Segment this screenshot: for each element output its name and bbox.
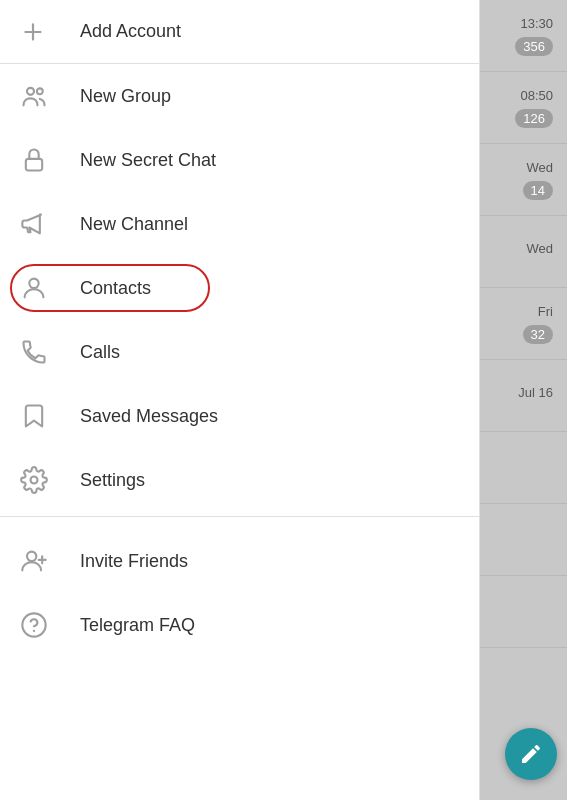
svg-point-6 [31, 477, 38, 484]
svg-rect-4 [26, 159, 42, 171]
chat-badge-3: 14 [523, 181, 553, 200]
svg-point-10 [22, 613, 45, 636]
saved-messages-item[interactable]: Saved Messages [0, 384, 479, 448]
menu-panel: Add Account New Group New Secret Chat [0, 0, 480, 800]
chat-row-4: Wed [480, 216, 567, 288]
chat-time-6: Jul 16 [518, 385, 553, 400]
gear-icon [20, 466, 64, 494]
chat-badge-5: 32 [523, 325, 553, 344]
telegram-faq-label: Telegram FAQ [80, 615, 195, 636]
new-secret-chat-label: New Secret Chat [80, 150, 216, 171]
new-channel-label: New Channel [80, 214, 188, 235]
calls-item[interactable]: Calls [0, 320, 479, 384]
chat-time-4: Wed [527, 241, 554, 256]
phone-icon [20, 338, 64, 366]
bookmark-icon [20, 402, 64, 430]
new-channel-item[interactable]: New Channel [0, 192, 479, 256]
question-icon [20, 611, 64, 639]
svg-point-5 [29, 279, 38, 288]
chat-time-2: 08:50 [520, 88, 553, 103]
chat-row-8 [480, 504, 567, 576]
svg-point-7 [27, 552, 36, 561]
svg-point-2 [27, 88, 34, 95]
chat-row-6: Jul 16 [480, 360, 567, 432]
contacts-item[interactable]: Contacts [0, 256, 479, 320]
right-panel: 13:30 356 08:50 126 Wed 14 Wed Fri 32 Ju… [480, 0, 567, 800]
svg-point-3 [37, 88, 43, 94]
new-secret-chat-item[interactable]: New Secret Chat [0, 128, 479, 192]
chat-badge-2: 126 [515, 109, 553, 128]
add-account-label: Add Account [80, 21, 181, 42]
chat-badge-1: 356 [515, 37, 553, 56]
settings-label: Settings [80, 470, 145, 491]
chat-time-5: Fri [538, 304, 553, 319]
menu-divider [0, 516, 479, 517]
chat-row-7 [480, 432, 567, 504]
chat-row-3: Wed 14 [480, 144, 567, 216]
group-icon [20, 82, 64, 110]
settings-item[interactable]: Settings [0, 448, 479, 512]
add-person-icon [20, 547, 64, 575]
telegram-faq-item[interactable]: Telegram FAQ [0, 593, 479, 657]
megaphone-icon [20, 210, 64, 238]
calls-label: Calls [80, 342, 120, 363]
svg-point-11 [33, 630, 34, 631]
new-group-item[interactable]: New Group [0, 64, 479, 128]
chat-time-3: Wed [527, 160, 554, 175]
saved-messages-label: Saved Messages [80, 406, 218, 427]
chat-row-9 [480, 576, 567, 648]
compose-fab[interactable] [505, 728, 557, 780]
chat-row-5: Fri 32 [480, 288, 567, 360]
plus-icon [20, 19, 64, 45]
bottom-section: Invite Friends Telegram FAQ [0, 529, 479, 657]
invite-friends-label: Invite Friends [80, 551, 188, 572]
new-group-label: New Group [80, 86, 171, 107]
invite-friends-item[interactable]: Invite Friends [0, 529, 479, 593]
contacts-label: Contacts [80, 278, 151, 299]
chat-row-2: 08:50 126 [480, 72, 567, 144]
person-icon [20, 274, 64, 302]
chat-time-1: 13:30 [520, 16, 553, 31]
add-account-item[interactable]: Add Account [0, 0, 479, 64]
chat-row-1: 13:30 356 [480, 0, 567, 72]
lock-icon [20, 146, 64, 174]
